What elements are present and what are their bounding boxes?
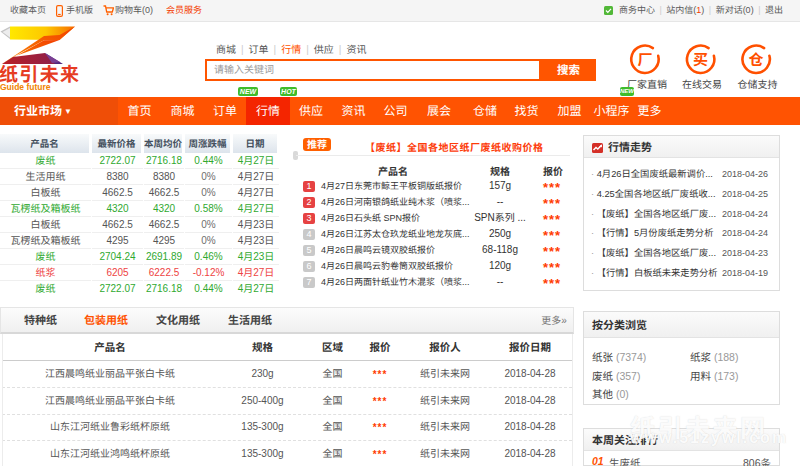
svg-text:在线交易: 在线交易 [682,76,722,91]
svg-text:仓储支持: 仓储支持 [738,76,778,91]
svg-text:Guide future: Guide future [0,82,51,92]
svg-text:厂: 厂 [637,48,652,69]
svg-text:买: 买 [693,48,708,69]
svg-text:仓: 仓 [748,48,763,69]
